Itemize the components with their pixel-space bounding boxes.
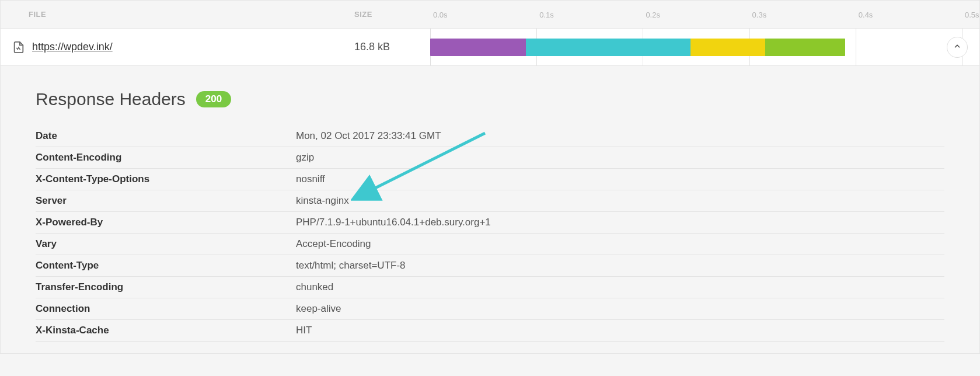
column-header-size: SIZE — [354, 10, 430, 19]
timeline-tick-label: 0.3s — [752, 10, 767, 19]
file-row[interactable]: https://wpdev.ink/ 16.8 kB — [1, 29, 979, 66]
header-value: Accept-Encoding — [296, 238, 944, 250]
waterfall-bar — [430, 39, 845, 56]
waterfall-panel: FILE SIZE 0.0s0.1s0.2s0.3s0.4s0.5s https… — [0, 0, 980, 354]
waterfall-timeline — [430, 29, 962, 65]
header-value: HIT — [296, 325, 944, 336]
file-size: 16.8 kB — [354, 41, 430, 53]
header-value: kinsta-nginx — [296, 195, 944, 207]
header-key: Content-Encoding — [36, 152, 296, 163]
header-key: Date — [36, 130, 296, 142]
header-row: X-Powered-ByPHP/7.1.9-1+ubuntu16.04.1+de… — [36, 212, 944, 234]
timeline-tick-label: 0.5s — [965, 10, 979, 19]
column-header-file: FILE — [29, 10, 354, 19]
header-row: Transfer-Encodingchunked — [36, 277, 944, 298]
header-value: chunked — [296, 281, 944, 293]
waterfall-segment — [690, 39, 765, 56]
response-details: Response Headers 200 DateMon, 02 Oct 201… — [1, 66, 979, 353]
header-key: Transfer-Encoding — [36, 281, 296, 293]
section-title: Response Headers — [36, 89, 186, 109]
header-key: Vary — [36, 238, 296, 250]
header-key: X-Kinsta-Cache — [36, 325, 296, 336]
timeline-tick — [856, 29, 856, 65]
timeline-tick-label: 0.1s — [539, 10, 554, 19]
header-value: nosniff — [296, 173, 944, 185]
header-row: Connectionkeep-alive — [36, 298, 944, 320]
waterfall-segment — [765, 39, 845, 56]
header-value: PHP/7.1.9-1+ubuntu16.04.1+deb.sury.org+1 — [296, 217, 944, 228]
waterfall-segment — [526, 39, 690, 56]
headers-table: DateMon, 02 Oct 2017 23:33:41 GMTContent… — [36, 126, 944, 342]
header-row: VaryAccept-Encoding — [36, 234, 944, 255]
table-header-row: FILE SIZE 0.0s0.1s0.2s0.3s0.4s0.5s — [1, 1, 979, 29]
collapse-button[interactable] — [947, 37, 968, 58]
header-key: Connection — [36, 303, 296, 315]
header-value: Mon, 02 Oct 2017 23:33:41 GMT — [296, 130, 944, 142]
header-key: X-Powered-By — [36, 217, 296, 228]
header-value: text/html; charset=UTF-8 — [296, 260, 944, 271]
header-row: Content-Encodinggzip — [36, 147, 944, 169]
header-value: keep-alive — [296, 303, 944, 315]
header-key: Content-Type — [36, 260, 296, 271]
header-row: Content-Typetext/html; charset=UTF-8 — [36, 255, 944, 277]
chevron-up-icon — [953, 42, 961, 53]
timeline-tick-label: 0.2s — [646, 10, 660, 19]
timeline-tick-label: 0.4s — [859, 10, 873, 19]
header-row: Serverkinsta-nginx — [36, 190, 944, 212]
status-badge: 200 — [196, 91, 231, 107]
document-icon — [12, 41, 25, 54]
timeline-tick-label: 0.0s — [433, 10, 448, 19]
header-key: Server — [36, 195, 296, 207]
header-row: X-Kinsta-CacheHIT — [36, 320, 944, 342]
header-row: X-Content-Type-Optionsnosniff — [36, 169, 944, 190]
waterfall-segment — [430, 39, 526, 56]
header-value: gzip — [296, 152, 944, 163]
file-url-link[interactable]: https://wpdev.ink/ — [32, 41, 113, 53]
header-row: DateMon, 02 Oct 2017 23:33:41 GMT — [36, 126, 944, 147]
header-key: X-Content-Type-Options — [36, 173, 296, 185]
